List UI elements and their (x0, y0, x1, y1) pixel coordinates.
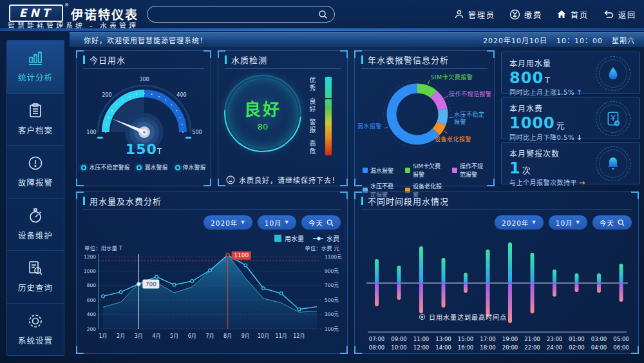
svg-text:6月: 6月 (188, 333, 196, 339)
today-search-button[interactable]: 今天 (301, 215, 341, 230)
card-value: 1000 (509, 114, 555, 132)
trademark-symbol: ® (64, 3, 69, 8)
svg-text:16:00: 16:00 (458, 344, 474, 351)
scale-label: 良好 (307, 98, 317, 113)
svg-text:700: 700 (146, 281, 156, 288)
svg-text:15:00: 15:00 (458, 336, 474, 342)
svg-text:500: 500 (192, 130, 202, 135)
title-accent-bar (83, 55, 85, 64)
legend-label: 用水量 (285, 235, 304, 242)
back-button[interactable]: 返回 (603, 9, 636, 20)
history-search-icon (27, 260, 44, 277)
svg-text:01:00: 01:00 (569, 336, 585, 342)
trend-up-icon: ↑ (576, 88, 583, 97)
sidebar-item-statistics[interactable]: 统计分析 (7, 41, 64, 93)
sidebar-item-fault-alarm[interactable]: 故障报警 (7, 146, 64, 199)
quality-score: 80 (258, 122, 269, 132)
yuan-icon (509, 9, 520, 20)
today-search-button[interactable]: 今天 (592, 215, 632, 230)
sidebar-item-maintenance[interactable]: 设备维护 (7, 199, 64, 251)
scale-label: 高危 (307, 140, 317, 155)
sidebar-item-label: 客户档案 (18, 124, 53, 136)
legend-item-fee: 水费 (313, 233, 339, 243)
legend-item-usage: 用水量 (274, 233, 304, 243)
svg-text:300元: 300元 (325, 311, 339, 317)
filter-label: 今天 (600, 218, 614, 228)
svg-text:13:00: 13:00 (435, 336, 451, 342)
svg-text:03:00: 03:00 (591, 336, 607, 342)
pay-button[interactable]: 缴费 (509, 9, 542, 20)
sidebar-item-history[interactable]: 历史查询 (7, 251, 64, 304)
alarm-indicators: 水压不稳定警报 漏水警报 停水警报 (77, 163, 211, 172)
sidebar-item-label: 历史查询 (18, 281, 53, 293)
svg-text:07:00: 07:00 (369, 336, 385, 342)
sidebar-nav: 统计分析 客户档案 故障报警 设备维护 历史查询 系统设置 (6, 40, 64, 356)
scale-label: 警报 (307, 119, 317, 134)
legend-swatch (363, 168, 368, 173)
panel-title-text: 用水量及水费分析 (90, 195, 162, 207)
datetime-display: 2020年10月10日 10：10：00 星期六 (483, 35, 635, 45)
usage-fee-chart: 200100元400300元600500元800700元1000900元1200… (79, 251, 346, 343)
chevron-down-icon: ▼ (532, 220, 536, 225)
svg-text:18:00: 18:00 (480, 344, 496, 351)
quality-body: 良好 80 优秀 良好 警报 高危 (218, 69, 347, 166)
year-filter-dropdown[interactable]: 2020年 ▼ (204, 215, 252, 230)
svg-text:500元: 500元 (325, 297, 339, 303)
svg-text:5月: 5月 (170, 333, 178, 339)
today-water-panel: 今日用水 100200300400500 150T 水压不稳定警报 漏水警报 停… (76, 50, 211, 186)
alarm-donut-chart: SIM卡欠费报警 操作不规范报警 水压不稳定报警 设备老化报警 漏水报警 (355, 69, 494, 161)
usage-chart-legend: 用水量 水费 (274, 233, 339, 243)
card-subtext: 同时比上月上涨1.5% (509, 89, 574, 96)
home-button[interactable]: 首页 (556, 9, 589, 20)
left-axis-unit: 单位：用水量 T (84, 244, 122, 251)
year-filter-dropdown[interactable]: 2020年 ▼ (495, 215, 544, 230)
trend-flat-icon: → (579, 179, 585, 187)
quality-gradient-scale (325, 77, 332, 155)
card-unit: T (545, 75, 550, 85)
svg-text:09:00: 09:00 (391, 336, 407, 342)
svg-text:7月: 7月 (205, 333, 214, 339)
svg-text:1000: 1000 (84, 268, 96, 274)
svg-text:400: 400 (87, 311, 97, 317)
filter-label: 10月 (556, 218, 573, 228)
sidebar-item-customers[interactable]: 客户档案 (7, 93, 64, 146)
icon-ring (596, 101, 630, 136)
title-accent-bar (83, 197, 85, 205)
peak-time-annotation: 日用水量达到最高时间点 (419, 312, 507, 322)
quality-message-row: 水质良好，请继续保持下去！ (218, 175, 347, 185)
card-unit: 次 (522, 166, 531, 175)
monthly-usage-card: 本月用水量 800T 同时比上月上涨1.5%↑ (501, 52, 640, 94)
month-filter-dropdown[interactable]: 10月 ▼ (258, 215, 296, 230)
chevron-down-icon: ▼ (576, 220, 580, 225)
search-bar[interactable] (147, 6, 335, 23)
sidebar-item-settings[interactable]: 系统设置 (7, 304, 64, 356)
search-input[interactable] (147, 10, 318, 19)
home-icon (556, 9, 567, 19)
svg-text:9月: 9月 (242, 333, 250, 339)
alarm-label: 水压不稳定警报 (89, 163, 129, 172)
callout-pressure-alarm: 水压不稳定报警 (454, 112, 486, 126)
target-icon (419, 314, 425, 320)
card-unit: 元 (556, 121, 565, 130)
search-icon[interactable] (318, 10, 328, 19)
gear-icon (27, 313, 44, 329)
usage-unit: T (157, 147, 162, 156)
smiley-icon (226, 175, 235, 184)
bell-icon (605, 155, 621, 172)
svg-text:24:00: 24:00 (547, 344, 563, 351)
ent-logo: ENT (9, 5, 63, 22)
card-value: 1 (509, 159, 521, 177)
alarm-indicator-cutoff: 停水警报 (175, 163, 206, 172)
quality-score-circle: 良好 80 (227, 78, 298, 149)
panel-title-text: 今日用水 (90, 54, 126, 66)
clipboard-icon (27, 103, 44, 119)
water-quality-panel: 水质检测 良好 80 优秀 良好 警报 高危 水质良好，请继续保持下去！ (218, 50, 348, 186)
svg-text:17:00: 17:00 (480, 336, 496, 342)
svg-text:2月: 2月 (117, 333, 125, 339)
time-chart-filters: 2020年 ▼ 10月 ▼ 今天 (495, 215, 632, 230)
svg-text:700元: 700元 (325, 282, 339, 288)
admin-menu[interactable]: 管理员 (454, 9, 495, 20)
card-value: 800 (509, 69, 544, 87)
sidebar-item-label: 故障报警 (18, 176, 53, 188)
month-filter-dropdown[interactable]: 10月 ▼ (549, 215, 587, 230)
